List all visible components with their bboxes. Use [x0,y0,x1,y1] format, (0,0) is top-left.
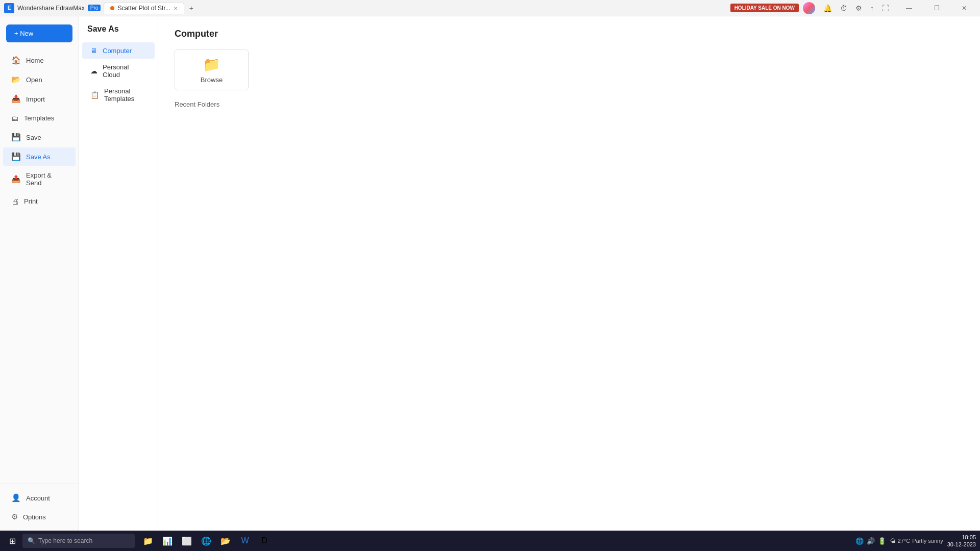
middle-item-personal-templates-label: Personal Templates [104,87,146,103]
sys-tray: 🌐 🔊 🔋 [855,537,886,545]
save-as-icon: 💾 [11,152,21,161]
weather-widget: 🌤 27°C Partly sunny [890,538,943,544]
taskbar-app-edge[interactable]: 🌐 [197,532,215,550]
weather-icon: 🌤 [890,538,896,544]
taskbar-time: 18:05 30-12-2023 [947,534,976,548]
weather-desc: Partly sunny [912,538,943,544]
browse-card[interactable]: 📁 Browse [175,49,249,90]
sidebar-item-options[interactable]: ⚙ Options [3,508,76,526]
date: 30-12-2023 [947,541,976,548]
taskbar-apps: 📁 📊 ⬜ 🌐 📂 W D [139,532,274,550]
sidebar-item-home[interactable]: 🏠 Home [3,51,76,69]
titlebar-left: E Wondershare EdrawMax Pro Scatter Plot … [4,2,197,14]
sidebar: + New 🏠 Home 📂 Open 📥 Import 🗂 Templates… [0,16,79,531]
sidebar-item-open-label: Open [26,76,42,84]
middle-panel: Save As 🖥 Computer ☁ Personal Cloud 📋 Pe… [79,16,158,531]
volume-icon[interactable]: 🔊 [867,537,875,545]
sidebar-item-import[interactable]: 📥 Import [3,90,76,108]
middle-item-personal-cloud[interactable]: ☁ Personal Cloud [82,59,155,83]
sidebar-item-open[interactable]: 📂 Open [3,70,76,89]
titlebar-tabs: Scatter Plot of Str... ✕ + [104,2,196,14]
fullscreen-icon[interactable]: ⛶ [878,4,893,12]
sidebar-item-import-label: Import [26,95,45,103]
tab-title: Scatter Plot of Str... [117,5,170,12]
sidebar-item-export-send[interactable]: 📤 Export & Send [3,167,76,191]
tab-close-button[interactable]: ✕ [174,6,178,11]
close-button[interactable]: ✕ [952,0,976,16]
middle-item-personal-cloud-label: Personal Cloud [103,63,146,79]
battery-icon[interactable]: 🔋 [878,537,886,545]
sidebar-item-account-label: Account [26,494,50,502]
avatar[interactable] [803,2,815,14]
taskbar: ⊞ 🔍 Type here to search 📁 📊 ⬜ 🌐 📂 W D 🌐 … [0,531,980,551]
share-icon[interactable]: ↑ [866,4,878,12]
new-tab-button[interactable]: + [186,3,197,13]
recent-folders-label: Recent Folders [175,101,964,108]
sidebar-item-print[interactable]: 🖨 Print [3,192,76,210]
print-icon: 🖨 [11,197,19,206]
middle-item-computer[interactable]: 🖥 Computer [82,42,155,59]
taskbar-app-taskview[interactable]: ⬜ [178,532,196,550]
notification-icon[interactable]: 🔔 [819,4,836,12]
taskbar-app-explorer[interactable]: 📁 [139,532,157,550]
options-icon: ⚙ [11,512,18,521]
sidebar-bottom: 👤 Account ⚙ Options [0,484,79,527]
taskbar-search[interactable]: 🔍 Type here to search [22,534,135,548]
timer-icon[interactable]: ⏱ [836,4,851,12]
minimize-button[interactable]: — [897,0,921,16]
account-icon: 👤 [11,493,21,503]
sidebar-item-print-label: Print [24,197,38,205]
middle-panel-title: Save As [79,24,158,42]
sidebar-item-options-label: Options [23,513,46,521]
computer-icon: 🖥 [90,46,97,55]
content-title: Computer [175,29,964,39]
sidebar-item-save[interactable]: 💾 Save [3,128,76,146]
personal-templates-icon: 📋 [90,91,99,99]
clock: 18:05 [947,534,976,541]
save-icon: 💾 [11,133,21,142]
open-icon: 📂 [11,75,21,84]
main-content: Computer 📁 Browse Recent Folders [158,16,980,531]
holiday-sale-badge[interactable]: HOLIDAY SALE ON NOW [730,4,799,12]
sidebar-item-account[interactable]: 👤 Account [3,489,76,507]
middle-item-computer-label: Computer [103,47,132,55]
home-icon: 🏠 [11,56,21,65]
taskbar-app-word[interactable]: W [236,532,254,550]
settings-icon[interactable]: ⚙ [851,4,866,12]
titlebar: E Wondershare EdrawMax Pro Scatter Plot … [0,0,980,16]
browse-label: Browse [201,76,223,84]
templates-icon: 🗂 [11,114,19,122]
sidebar-item-save-as[interactable]: 💾 Save As [3,147,76,166]
app-logo: E [4,3,14,13]
folder-icon: 📁 [203,56,220,73]
title-icons: 🔔 ⏱ ⚙ ↑ ⛶ [819,4,893,12]
export-icon: 📤 [11,174,21,184]
restore-button[interactable]: ❐ [925,0,948,16]
taskbar-app-edrawmax[interactable]: D [255,532,274,550]
cloud-icon: ☁ [90,67,97,75]
titlebar-right: HOLIDAY SALE ON NOW 🔔 ⏱ ⚙ ↑ ⛶ — ❐ ✕ [730,0,976,16]
taskbar-app-files[interactable]: 📊 [158,532,177,550]
sidebar-item-home-label: Home [26,57,44,64]
sidebar-item-save-label: Save [26,134,41,141]
taskbar-right: 🌐 🔊 🔋 🌤 27°C Partly sunny 18:05 30-12-20… [855,534,976,548]
taskbar-app-filemanager[interactable]: 📂 [216,532,235,550]
tab-modified-dot [110,6,114,10]
start-button[interactable]: ⊞ [4,533,20,549]
app-body: + New 🏠 Home 📂 Open 📥 Import 🗂 Templates… [0,16,980,531]
import-icon: 📥 [11,94,21,104]
sidebar-item-export-label: Export & Send [26,171,67,187]
app-name: Wondershare EdrawMax [17,5,85,12]
sidebar-item-save-as-label: Save As [26,153,51,161]
active-tab[interactable]: Scatter Plot of Str... ✕ [104,2,184,14]
taskbar-search-icon: 🔍 [28,537,35,544]
sidebar-item-templates-label: Templates [24,114,54,122]
taskbar-search-placeholder: Type here to search [38,537,92,544]
middle-item-personal-templates[interactable]: 📋 Personal Templates [82,83,155,107]
new-button[interactable]: + New [6,24,72,42]
pro-badge: Pro [88,5,101,11]
sidebar-item-templates[interactable]: 🗂 Templates [3,109,76,127]
weather-temp: 27°C [898,538,911,544]
network-icon[interactable]: 🌐 [855,537,864,545]
